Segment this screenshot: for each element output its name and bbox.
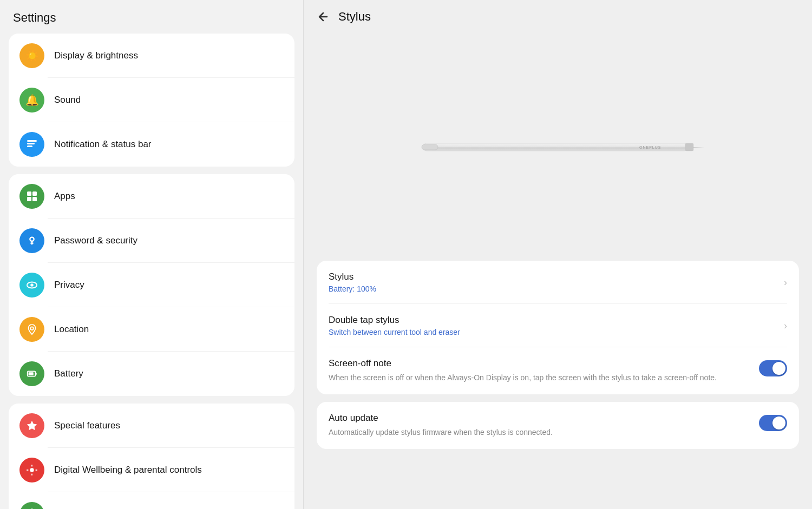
right-header: Stylus	[304, 0, 812, 34]
auto-update-card: Auto update Automatically update stylus …	[317, 402, 799, 449]
sidebar-item-additional-settings[interactable]: Additional Settings	[9, 492, 294, 509]
stylus-battery: Battery: 100%	[329, 285, 777, 293]
sound-icon: 🔔	[19, 88, 44, 113]
password-icon	[19, 228, 44, 253]
stylus-image: ONEPLUS	[407, 125, 710, 169]
notification-icon	[19, 132, 44, 157]
privacy-label: Privacy	[54, 280, 84, 290]
double-tap-title: Double tap stylus	[329, 315, 777, 326]
sidebar-item-location[interactable]: Location	[9, 307, 294, 352]
auto-update-content: Auto update Automatically update stylus …	[329, 413, 752, 438]
display-brightness-label: Display & brightness	[54, 50, 138, 61]
sidebar-item-privacy[interactable]: Privacy	[9, 263, 294, 307]
notification-label: Notification & status bar	[54, 139, 152, 150]
svg-point-10	[30, 327, 34, 330]
sidebar-item-digital-wellbeing[interactable]: Digital Wellbeing & parental controls	[9, 448, 294, 492]
double-tap-subtitle: Switch between current tool and eraser	[329, 328, 777, 336]
screen-off-note-title: Screen-off note	[329, 358, 752, 369]
auto-update-title: Auto update	[329, 413, 752, 424]
auto-update-toggle[interactable]	[759, 415, 787, 431]
stylus-settings-card: Stylus Battery: 100% › Double tap stylus…	[317, 261, 799, 394]
svg-rect-3	[27, 191, 31, 196]
apps-icon	[19, 184, 44, 209]
settings-card-apps: Apps Password & security Privacy	[9, 174, 294, 396]
password-label: Password & security	[54, 235, 137, 246]
toggle-knob	[772, 362, 785, 375]
digital-wellbeing-icon	[19, 458, 44, 482]
svg-rect-20	[422, 144, 438, 150]
sidebar-item-password[interactable]: Password & security	[9, 219, 294, 263]
special-features-icon	[19, 413, 44, 438]
svg-point-15	[30, 468, 34, 472]
svg-rect-5	[27, 197, 31, 201]
svg-rect-4	[32, 191, 37, 196]
svg-text:ONEPLUS: ONEPLUS	[639, 146, 661, 149]
auto-update-description: Automatically update stylus firmware whe…	[329, 427, 752, 438]
privacy-icon	[19, 273, 44, 298]
battery-label: Battery	[54, 368, 83, 379]
stylus-item[interactable]: Stylus Battery: 100% ›	[317, 261, 799, 304]
display-icon: ☀️	[19, 43, 44, 68]
screen-off-note-item[interactable]: Screen-off note When the screen is off o…	[317, 347, 799, 394]
svg-rect-12	[29, 372, 34, 375]
svg-rect-1	[27, 143, 35, 144]
apps-label: Apps	[54, 191, 75, 202]
sidebar-item-apps[interactable]: Apps	[9, 174, 294, 219]
location-icon	[19, 317, 44, 342]
sidebar-item-notification[interactable]: Notification & status bar	[9, 122, 294, 167]
auto-update-item[interactable]: Auto update Automatically update stylus …	[317, 402, 799, 449]
back-button[interactable]	[317, 10, 330, 23]
svg-rect-2	[27, 146, 32, 147]
right-panel-title: Stylus	[338, 10, 371, 24]
stylus-item-left: Stylus Battery: 100%	[329, 272, 777, 293]
app-title: Settings	[9, 0, 294, 34]
stylus-image-area: ONEPLUS	[304, 34, 812, 261]
sidebar-item-battery[interactable]: Battery	[9, 352, 294, 396]
sidebar-item-display-brightness[interactable]: ☀️ Display & brightness	[9, 34, 294, 78]
right-content: Stylus Battery: 100% › Double tap stylus…	[304, 261, 812, 462]
additional-settings-icon	[19, 502, 44, 509]
screen-off-note-description: When the screen is off or when the Alway…	[329, 372, 752, 384]
location-label: Location	[54, 324, 89, 335]
sound-label: Sound	[54, 95, 81, 105]
chevron-right-icon: ›	[784, 277, 787, 288]
svg-marker-14	[27, 421, 37, 430]
battery-icon	[19, 361, 44, 386]
special-features-label: Special features	[54, 420, 120, 431]
screen-off-note-content: Screen-off note When the screen is off o…	[329, 358, 752, 384]
sidebar-item-sound[interactable]: 🔔 Sound	[9, 78, 294, 122]
settings-card-special: Special features Digital Wellbeing & par…	[9, 404, 294, 509]
chevron-right-icon-2: ›	[784, 320, 787, 332]
screen-off-note-toggle[interactable]	[759, 360, 787, 376]
double-tap-item-left: Double tap stylus Switch between current…	[329, 315, 777, 336]
toggle-knob-2	[772, 417, 785, 429]
settings-card-display: ☀️ Display & brightness 🔔 Sound Notifica…	[9, 34, 294, 167]
svg-rect-6	[32, 197, 37, 201]
svg-rect-13	[35, 373, 36, 375]
stylus-item-title: Stylus	[329, 272, 777, 282]
double-tap-item[interactable]: Double tap stylus Switch between current…	[317, 304, 799, 347]
digital-wellbeing-label: Digital Wellbeing & parental controls	[54, 465, 202, 475]
svg-point-9	[30, 283, 34, 287]
svg-rect-0	[27, 140, 37, 142]
sidebar-item-special-features[interactable]: Special features	[9, 404, 294, 448]
svg-rect-19	[685, 143, 693, 151]
left-panel: Settings ☀️ Display & brightness 🔔 Sound	[0, 0, 303, 509]
right-panel: Stylus	[304, 0, 812, 509]
